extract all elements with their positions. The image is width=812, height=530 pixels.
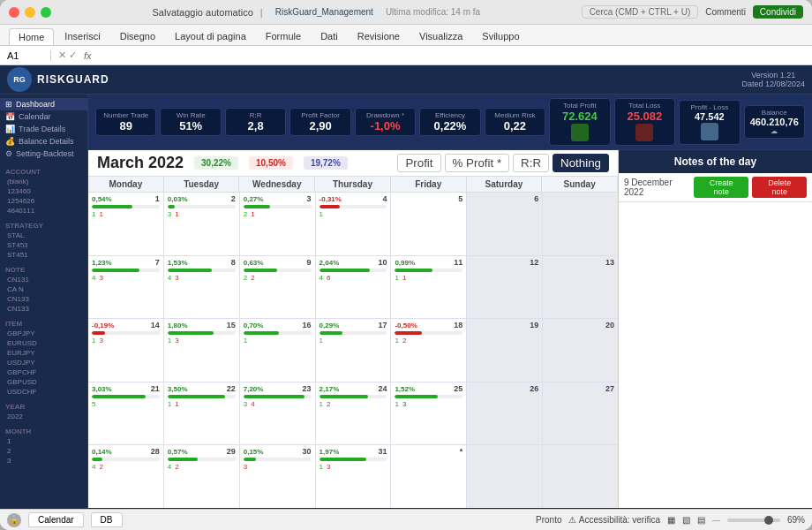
cal-cell-10[interactable]: 9 0,63% 22 bbox=[240, 256, 315, 319]
strategy-item-1[interactable]: STAL bbox=[0, 231, 87, 240]
filter-pct-profit[interactable]: % Profit * bbox=[445, 154, 510, 172]
create-note-button[interactable]: Create note bbox=[694, 177, 749, 198]
item-gbpusd[interactable]: GBPUSD bbox=[0, 377, 87, 387]
sidebar-item-trade-details[interactable]: 📊 Trade Details bbox=[0, 123, 87, 135]
notes-date-row: 9 December 2022 Create note Delete note bbox=[619, 173, 812, 202]
titlebar-center: Salvataggio automatico | RiskGuard_Manag… bbox=[51, 6, 582, 18]
item-gbpchf[interactable]: GBPCHF bbox=[0, 367, 87, 377]
sidebar-item-balance[interactable]: 💰 Balance Details bbox=[0, 135, 87, 148]
sidebar-item-settings[interactable]: ⚙ Setting-Backtest bbox=[0, 148, 87, 160]
month-item-3[interactable]: 3 bbox=[0, 456, 87, 466]
cal-cell-4[interactable]: 4 -0,31% 1 bbox=[316, 193, 391, 255]
cal-cell-30[interactable]: 29 0,57% 42 bbox=[164, 445, 239, 508]
item-eurusd[interactable]: EURUSD bbox=[0, 338, 87, 348]
cal-cell-17[interactable]: 16 0,70% 1 bbox=[240, 319, 315, 382]
item-usdchf[interactable]: USDCHF bbox=[0, 387, 87, 397]
share-button[interactable]: Condividi bbox=[753, 5, 803, 19]
cal-cell-18[interactable]: 17 0,29% 1 bbox=[316, 319, 391, 382]
month-section-label: MONTH bbox=[0, 425, 87, 436]
app-window: Salvataggio automatico | RiskGuard_Manag… bbox=[0, 0, 812, 530]
cal-cell-1[interactable]: 1 0,54% 11 bbox=[88, 193, 163, 255]
cal-cell-8[interactable]: 7 1,23% 43 bbox=[88, 256, 163, 319]
search-bar[interactable]: Cerca (CMD + CTRL + U) bbox=[582, 5, 699, 19]
tab-disegno[interactable]: Disegno bbox=[111, 28, 164, 45]
stat-rr: R:R 2,8 bbox=[225, 108, 286, 136]
zoom-slider[interactable] bbox=[727, 519, 780, 522]
stats-row: Number Trade 89 Win Rate 51% R:R 2,8 P bbox=[88, 95, 812, 150]
cal-cell-9[interactable]: 8 1,53% 43 bbox=[164, 256, 239, 319]
cal-cell-25[interactable]: 24 2,17% 12 bbox=[316, 382, 391, 445]
status-right: Pronto ⚠ Accessibilità: verifica ▦ ▧ ▤ —… bbox=[536, 515, 805, 525]
sidebar-item-dashboard[interactable]: ⊞ Dashboard bbox=[0, 98, 87, 110]
strategy-item-2[interactable]: ST453 bbox=[0, 240, 87, 250]
cal-grid: 1 0,54% 11 2 0,03% 31 bbox=[88, 193, 618, 508]
cal-cell-22[interactable]: 21 3,03% 5 bbox=[88, 382, 163, 445]
cal-cell-32[interactable]: 31 1,97% 13 bbox=[316, 445, 391, 508]
month-item-2[interactable]: 2 bbox=[0, 446, 87, 456]
tab-inserisci[interactable]: Inserisci bbox=[56, 28, 109, 45]
account-item-3[interactable]: 1254626 bbox=[0, 196, 87, 206]
stat-profit-factor: Profit Factor 2,90 bbox=[289, 108, 350, 136]
tab-layout[interactable]: Layout di pagina bbox=[166, 28, 255, 45]
item-gbpjpy[interactable]: GBPJPY bbox=[0, 329, 87, 338]
cal-cell-31[interactable]: 30 0,15% 3 bbox=[240, 445, 315, 508]
year-item-2022[interactable]: 2022 bbox=[0, 412, 87, 421]
account-item-4[interactable]: 4640111 bbox=[0, 206, 87, 216]
close-button[interactable] bbox=[9, 7, 19, 18]
account-item-2[interactable]: 123460 bbox=[0, 186, 87, 196]
filter-rr[interactable]: R:R bbox=[513, 154, 549, 172]
strategy-item-3[interactable]: ST451 bbox=[0, 250, 87, 260]
filter-nothing[interactable]: Nothing bbox=[553, 154, 609, 172]
tab-home[interactable]: Home bbox=[9, 28, 54, 45]
cal-cell-3[interactable]: 3 0,27% 21 bbox=[240, 193, 315, 255]
tab-formule[interactable]: Formule bbox=[257, 28, 310, 45]
sheet-tab-db[interactable]: DB bbox=[91, 512, 123, 527]
tab-sviluppo[interactable]: Sviluppo bbox=[473, 28, 528, 45]
cal-month-label: March 2022 bbox=[97, 154, 184, 172]
minimize-button[interactable] bbox=[25, 7, 35, 18]
cal-cell-5[interactable]: 5 bbox=[391, 193, 466, 255]
account-item-1[interactable]: (blank) bbox=[0, 177, 87, 186]
view-normal-icon[interactable]: ▦ bbox=[667, 515, 675, 525]
note-section-label: NOTE bbox=[0, 263, 87, 275]
cal-cell-23[interactable]: 22 3,50% 11 bbox=[164, 382, 239, 445]
cal-cell-26[interactable]: 25 1,52% 13 bbox=[391, 382, 466, 445]
filter-profit[interactable]: Profit bbox=[397, 154, 440, 172]
cal-cell-11[interactable]: 10 2,04% 46 bbox=[316, 256, 391, 319]
note-item-3[interactable]: CN133 bbox=[0, 294, 87, 304]
sidebar-item-calendar[interactable]: 📅 Calendar bbox=[0, 110, 87, 123]
comments-button[interactable]: Commenti bbox=[705, 7, 746, 17]
stat-win-rate: Win Rate 51% bbox=[160, 108, 221, 136]
cal-cell-19[interactable]: 18 -0,50% 12 bbox=[391, 319, 466, 382]
day-header-tue: Tuesday bbox=[164, 177, 240, 192]
tab-visualizza[interactable]: Visualizza bbox=[410, 28, 471, 45]
cal-cell-15[interactable]: 14 -0,19% 13 bbox=[88, 319, 163, 382]
cal-cell-16[interactable]: 15 1,80% 13 bbox=[164, 319, 239, 382]
tab-revisione[interactable]: Revisione bbox=[349, 28, 409, 45]
account-section-label: ACCOUNT bbox=[0, 165, 87, 177]
tab-dati[interactable]: Dati bbox=[312, 28, 347, 45]
note-item-4[interactable]: CN133 bbox=[0, 304, 87, 314]
stat-total-loss: Total Loss 25.082 bbox=[614, 98, 675, 146]
cal-cell-2[interactable]: 2 0,03% 31 bbox=[164, 193, 239, 255]
lock-icon: 🔒 bbox=[7, 513, 21, 527]
cal-cell-24[interactable]: 23 7,20% 34 bbox=[240, 382, 315, 445]
formula-bar: A1 ✕ ✓ fx bbox=[0, 46, 812, 65]
note-item-2[interactable]: CA N bbox=[0, 284, 87, 294]
view-preview-icon[interactable]: ▤ bbox=[697, 515, 705, 525]
maximize-button[interactable] bbox=[41, 7, 51, 18]
item-section-label: ITEM bbox=[0, 317, 87, 329]
view-page-icon[interactable]: ▧ bbox=[682, 515, 690, 525]
cal-cell-29[interactable]: 28 0,14% 42 bbox=[88, 445, 163, 508]
item-eurjpy[interactable]: EURJPY bbox=[0, 348, 87, 358]
item-usdjpy[interactable]: USDJPY bbox=[0, 358, 87, 367]
sheet-tab-calendar[interactable]: Calendar bbox=[28, 512, 84, 527]
note-item-1[interactable]: CN131 bbox=[0, 275, 87, 284]
cal-stat-1: 30,22% bbox=[194, 156, 238, 170]
cal-cell-12[interactable]: 11 0,99% 11 bbox=[391, 256, 466, 319]
month-item-1[interactable]: 1 bbox=[0, 436, 87, 446]
stat-efficiency: Efficiency 0,22% bbox=[419, 108, 480, 136]
delete-note-button[interactable]: Delete note bbox=[752, 177, 807, 198]
cell-reference[interactable]: A1 bbox=[7, 50, 51, 61]
modified-label: Ultima modifica: 14 m fa bbox=[386, 7, 480, 17]
